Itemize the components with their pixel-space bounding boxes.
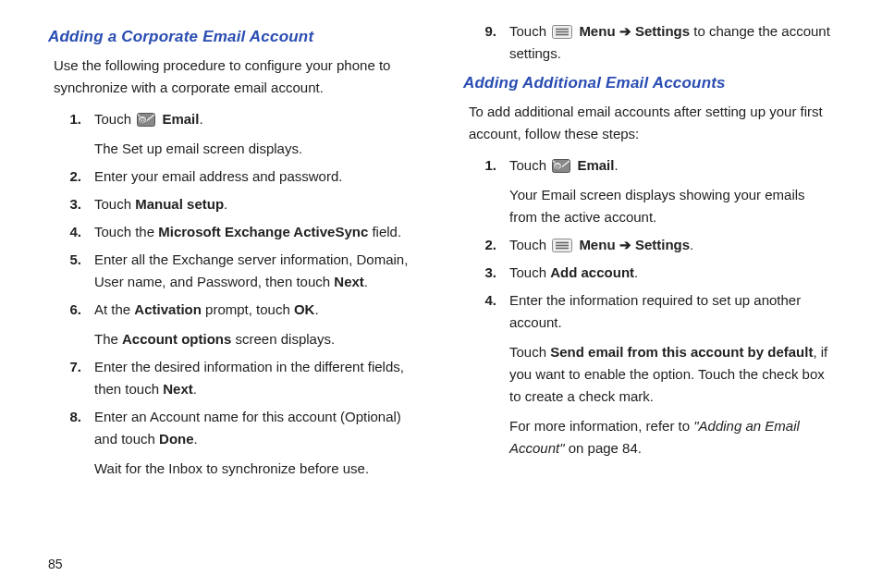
step-body: Touch @ Email.Your Email screen displays… <box>509 154 834 228</box>
arrow-icon: ➔ <box>619 237 631 252</box>
section-title-left: Adding a Corporate Email Account <box>48 24 419 49</box>
step-body: Touch Menu ➔ Settings. <box>509 234 834 256</box>
right-column: 9.Touch Menu ➔ Settings to change the ac… <box>463 20 834 551</box>
step-text: Enter an Account name for this account (… <box>94 406 419 450</box>
email-icon: @ <box>137 111 155 125</box>
step-number: 9. <box>469 20 509 43</box>
step-text: The Account options screen displays. <box>94 328 419 350</box>
step: 2.Enter your email address and password. <box>54 165 419 188</box>
step: 7.Enter the desired information in the d… <box>54 356 419 400</box>
step-body: Enter an Account name for this account (… <box>94 406 419 480</box>
section-title-right: Adding Additional Email Accounts <box>463 70 834 95</box>
step: 5.Enter all the Exchange server informat… <box>54 249 419 293</box>
svg-text:@: @ <box>555 164 560 169</box>
step-text: Touch Menu ➔ Settings. <box>509 234 834 256</box>
step-body: Enter all the Exchange server informatio… <box>94 249 419 293</box>
step-text: Enter all the Exchange server informatio… <box>94 249 419 293</box>
steps-right: 1.Touch @ Email.Your Email screen displa… <box>469 154 834 459</box>
step: 8.Enter an Account name for this account… <box>54 406 419 480</box>
step: 4.Enter the information required to set … <box>469 289 834 459</box>
page-number: 85 <box>48 557 834 571</box>
step-body: Enter the information required to set up… <box>509 289 834 459</box>
arrow-icon: ➔ <box>619 23 631 39</box>
step-text: Enter your email address and password. <box>94 165 419 188</box>
step-text: Touch Manual setup. <box>94 193 419 215</box>
step-text: Wait for the Inbox to synchronize before… <box>94 458 419 480</box>
columns: Adding a Corporate Email Account Use the… <box>48 20 834 551</box>
step: 1.Touch @ Email.The Set up email screen … <box>54 108 419 160</box>
step-text: Enter the information required to set up… <box>509 289 834 334</box>
step-text: Touch @ Email. <box>94 108 419 130</box>
step-number: 5. <box>54 249 94 271</box>
step: 2.Touch Menu ➔ Settings. <box>469 234 834 256</box>
step-number: 4. <box>54 221 94 243</box>
step-body: Touch Manual setup. <box>94 193 419 215</box>
menu-icon <box>552 23 572 37</box>
step-number: 2. <box>54 165 94 188</box>
step-body: Touch the Microsoft Exchange ActiveSync … <box>94 221 419 243</box>
menu-icon <box>552 237 572 251</box>
step-text: The Set up email screen displays. <box>94 138 419 160</box>
step-text: Touch Send email from this account by de… <box>509 341 834 408</box>
document-page: Adding a Corporate Email Account Use the… <box>0 0 882 588</box>
step-text: Touch Add account. <box>509 262 834 284</box>
step-body: Enter the desired information in the dif… <box>94 356 419 400</box>
step-number: 1. <box>54 108 94 130</box>
step-number: 4. <box>469 289 509 312</box>
step-text: Touch the Microsoft Exchange ActiveSync … <box>94 221 419 243</box>
step: 4.Touch the Microsoft Exchange ActiveSyn… <box>54 221 419 243</box>
step: 3.Touch Manual setup. <box>54 193 419 215</box>
step-body: Enter your email address and password. <box>94 165 419 188</box>
step-text: At the Activation prompt, touch OK. <box>94 299 419 321</box>
intro-left: Use the following procedure to configure… <box>54 55 419 99</box>
step-body: Touch @ Email.The Set up email screen di… <box>94 108 419 160</box>
step-number: 1. <box>469 154 509 177</box>
step: 1.Touch @ Email.Your Email screen displa… <box>469 154 834 228</box>
step: 6.At the Activation prompt, touch OK.The… <box>54 299 419 350</box>
step-body: At the Activation prompt, touch OK.The A… <box>94 299 419 350</box>
left-column: Adding a Corporate Email Account Use the… <box>48 20 419 551</box>
svg-text:@: @ <box>140 117 145 123</box>
step-text: Your Email screen displays showing your … <box>509 184 834 228</box>
step-text: Enter the desired information in the dif… <box>94 356 419 400</box>
step-body: Touch Menu ➔ Settings to change the acco… <box>509 20 834 65</box>
step-number: 6. <box>54 299 94 321</box>
step: 3.Touch Add account. <box>469 262 834 284</box>
step-text: Touch Menu ➔ Settings to change the acco… <box>509 20 834 65</box>
steps-left: 1.Touch @ Email.The Set up email screen … <box>54 108 419 480</box>
step-number: 3. <box>469 262 509 284</box>
step-number: 2. <box>469 234 509 256</box>
step-text: Touch @ Email. <box>509 154 834 177</box>
step: 9.Touch Menu ➔ Settings to change the ac… <box>469 20 834 65</box>
steps-right-continued: 9.Touch Menu ➔ Settings to change the ac… <box>469 20 834 65</box>
step-number: 8. <box>54 406 94 428</box>
intro-right: To add additional email accounts after s… <box>469 101 834 145</box>
step-body: Touch Add account. <box>509 262 834 284</box>
email-icon: @ <box>552 157 570 171</box>
step-text: For more information, refer to "Adding a… <box>509 415 834 459</box>
step-number: 7. <box>54 356 94 378</box>
step-number: 3. <box>54 193 94 215</box>
